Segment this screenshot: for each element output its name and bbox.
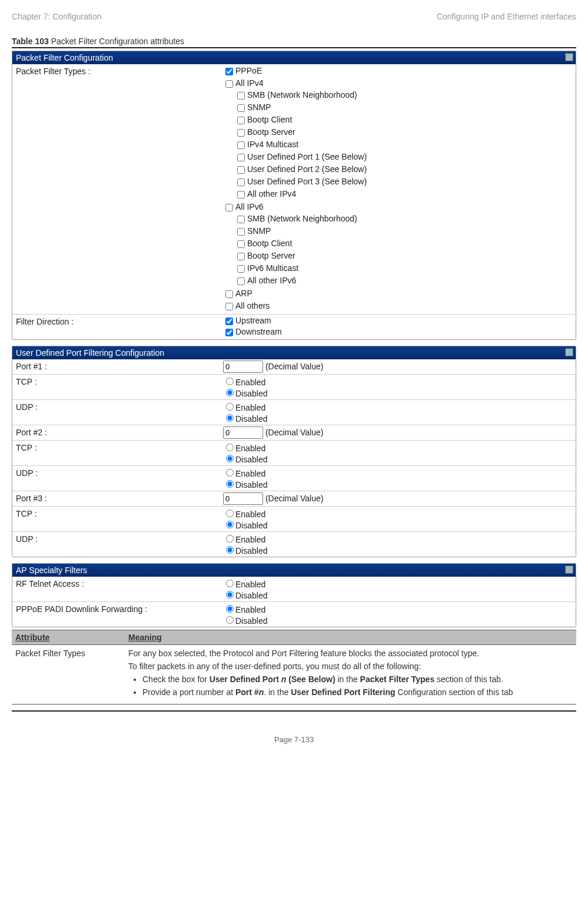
- radio-udp1-enabled[interactable]: [226, 403, 234, 411]
- panel-title: Packet Filter Configuration: [16, 53, 113, 62]
- radio-udp3-enabled[interactable]: [226, 535, 234, 543]
- radio-rf-enabled[interactable]: [226, 580, 234, 587]
- collapse-icon[interactable]: [565, 566, 573, 574]
- lbl-enabled: Enabled: [235, 535, 265, 544]
- radio-tcp1-enabled[interactable]: [226, 378, 234, 385]
- radio-tcp1-disabled[interactable]: [226, 389, 234, 396]
- attribute-table: Attribute Meaning Packet Filter Types Fo…: [12, 630, 576, 705]
- header-right: Configuring IP and Ethernet interfaces: [437, 12, 576, 21]
- page-header: Chapter 7: Configuration Configuring IP …: [12, 12, 576, 21]
- lbl-v4-smb: SMB (Network Neighborhood): [247, 90, 357, 100]
- lbl-disabled: Disabled: [235, 480, 267, 490]
- th-attribute: Attribute: [12, 630, 125, 645]
- radio-udp2-disabled[interactable]: [226, 480, 234, 488]
- cb-v4-bootps[interactable]: [237, 129, 245, 137]
- table-title: Table 103 Packet Filter Configuration at…: [12, 37, 576, 46]
- cb-v6-other[interactable]: [237, 277, 245, 285]
- radio-padi-enabled[interactable]: [226, 605, 234, 613]
- cb-all-ipv6[interactable]: [225, 204, 233, 211]
- cb-v4-udp2[interactable]: [237, 166, 245, 174]
- radio-tcp3-disabled[interactable]: [226, 521, 234, 528]
- lbl-pppoe: PPPoE: [235, 66, 262, 75]
- cb-upstream[interactable]: [225, 318, 233, 325]
- cb-v4-bootpc[interactable]: [237, 117, 245, 124]
- lbl-all-ipv4: All IPv4: [235, 78, 263, 88]
- lbl-v6-mcast: IPv6 Multicast: [247, 263, 298, 273]
- packet-filter-types-tree: PPPoE All IPv4 SMB (Network Neighborhood…: [220, 64, 576, 314]
- label-udp1: UDP :: [12, 400, 220, 425]
- config-screenshot-wrap: Packet Filter Configuration Packet Filte…: [12, 47, 576, 712]
- lbl-disabled: Disabled: [235, 414, 267, 424]
- cb-all-others[interactable]: [225, 303, 233, 310]
- lbl-v4-mcast: IPv4 Multicast: [247, 140, 298, 149]
- lbl-v6-other: All other IPv6: [247, 276, 296, 285]
- radio-tcp2-enabled[interactable]: [226, 444, 234, 451]
- cb-v4-snmp[interactable]: [237, 104, 245, 112]
- lbl-all-others: All others: [235, 301, 270, 310]
- lbl-v4-other: All other IPv4: [247, 189, 296, 199]
- lbl-decimal: (Decimal Value): [265, 494, 324, 503]
- table-title-bold: Table 103: [12, 37, 49, 46]
- cb-v4-udp1[interactable]: [237, 154, 245, 161]
- cb-v4-udp3[interactable]: [237, 178, 245, 186]
- radio-rf-disabled[interactable]: [226, 591, 234, 598]
- panel-title: User Defined Port Filtering Configuratio…: [16, 348, 164, 358]
- radio-tcp2-disabled[interactable]: [226, 455, 234, 462]
- cb-downstream[interactable]: [225, 329, 233, 336]
- cb-v6-bootps[interactable]: [237, 253, 245, 260]
- cb-v6-smb[interactable]: [237, 216, 245, 223]
- label-udp2: UDP :: [12, 466, 220, 491]
- radio-padi-disabled[interactable]: [226, 616, 234, 624]
- th-meaning: Meaning: [125, 630, 576, 645]
- lbl-upstream: Upstream: [235, 316, 271, 325]
- lbl-v4-udp1: User Defined Port 1 (See Below): [247, 152, 367, 161]
- collapse-icon[interactable]: [565, 348, 573, 356]
- radio-udp2-enabled[interactable]: [226, 469, 234, 477]
- lbl-disabled: Disabled: [235, 455, 267, 464]
- lbl-disabled: Disabled: [235, 521, 267, 530]
- lbl-enabled: Enabled: [235, 605, 265, 614]
- cb-v4-smb[interactable]: [237, 92, 245, 100]
- radio-tcp3-enabled[interactable]: [226, 510, 234, 517]
- radio-udp3-disabled[interactable]: [226, 546, 234, 554]
- lbl-v6-snmp: SNMP: [247, 226, 271, 236]
- input-port3[interactable]: [223, 492, 263, 505]
- cb-arp[interactable]: [225, 290, 233, 298]
- cb-v6-mcast[interactable]: [237, 265, 245, 273]
- label-tcp1: TCP :: [12, 375, 220, 399]
- cb-v6-snmp[interactable]: [237, 228, 245, 236]
- label-filter-direction: Filter Direction :: [12, 315, 220, 339]
- collapse-icon[interactable]: [565, 53, 573, 61]
- label-packet-filter-types: Packet Filter Types :: [12, 64, 220, 314]
- cb-v4-mcast[interactable]: [237, 141, 245, 149]
- lbl-v4-bootps: Bootp Server: [247, 127, 295, 137]
- bullet-2: Provide a port number at Port #n. in the…: [142, 687, 573, 697]
- cb-v6-bootpc[interactable]: [237, 240, 245, 248]
- panel-title: AP Specialty Filters: [16, 566, 87, 575]
- td-meaning: For any box selected, the Protocol and P…: [125, 645, 576, 705]
- label-rf-telnet: RF Telnet Access :: [12, 577, 220, 601]
- lbl-enabled: Enabled: [235, 403, 265, 412]
- lbl-enabled: Enabled: [235, 444, 265, 453]
- lbl-v4-udp3: User Defined Port 3 (See Below): [247, 177, 367, 186]
- meaning-p2: To filter packets in any of the user-def…: [128, 662, 573, 671]
- input-port1[interactable]: [223, 361, 263, 373]
- lbl-enabled: Enabled: [235, 580, 265, 589]
- td-attr: Packet Filter Types: [12, 645, 125, 705]
- lbl-decimal: (Decimal Value): [265, 428, 324, 437]
- cb-pppoe[interactable]: [225, 68, 233, 75]
- lbl-disabled: Disabled: [235, 616, 267, 626]
- label-port2: Port #2 :: [12, 425, 220, 440]
- bullet-1: Check the box for User Defined Port n (S…: [142, 674, 573, 684]
- page-footer: Page 7-133: [12, 735, 576, 744]
- lbl-v4-bootpc: Bootp Client: [247, 115, 292, 124]
- lbl-downstream: Downstream: [235, 327, 282, 336]
- radio-udp1-disabled[interactable]: [226, 414, 234, 422]
- lbl-decimal: (Decimal Value): [265, 362, 324, 371]
- lbl-disabled: Disabled: [235, 591, 267, 600]
- lbl-v6-smb: SMB (Network Neighborhood): [247, 214, 357, 223]
- cb-all-ipv4[interactable]: [225, 80, 233, 88]
- input-port2[interactable]: [223, 426, 263, 439]
- panel-ap-specialty: AP Specialty Filters RF Telnet Access : …: [12, 563, 576, 627]
- cb-v4-other[interactable]: [237, 191, 245, 199]
